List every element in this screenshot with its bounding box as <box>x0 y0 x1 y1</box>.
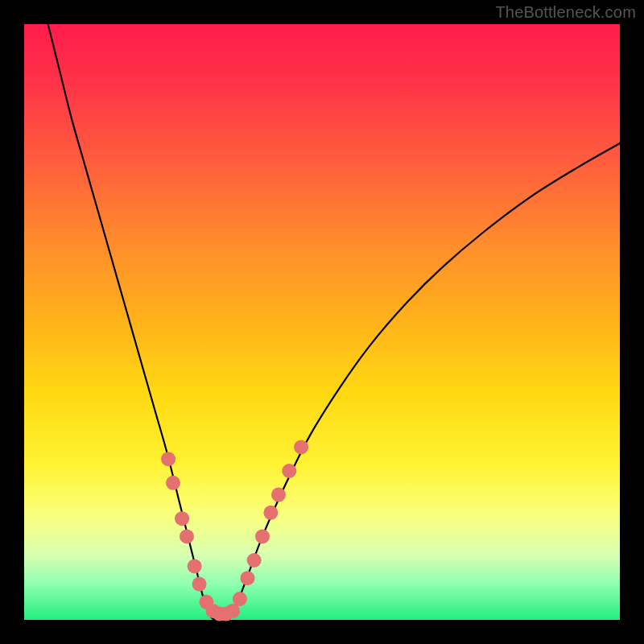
bottleneck-curve <box>48 24 620 621</box>
dot-cluster <box>161 440 308 621</box>
marker-dot <box>166 476 180 490</box>
marker-dot <box>294 440 308 454</box>
marker-dot <box>271 488 286 502</box>
marker-dot <box>233 592 247 606</box>
marker-dot <box>241 571 255 585</box>
marker-dot <box>282 464 296 478</box>
marker-dot <box>188 559 202 573</box>
marker-dot <box>180 529 194 543</box>
marker-dot <box>161 452 175 466</box>
marker-dot <box>263 506 278 520</box>
marker-dot <box>192 577 207 592</box>
plot-area <box>24 24 620 620</box>
marker-dot <box>247 553 262 568</box>
chart-frame: TheBottleneck.com <box>0 0 644 644</box>
marker-dot <box>175 511 189 526</box>
watermark-text: TheBottleneck.com <box>495 3 636 22</box>
chart-svg <box>24 24 620 620</box>
marker-dot <box>255 529 270 543</box>
